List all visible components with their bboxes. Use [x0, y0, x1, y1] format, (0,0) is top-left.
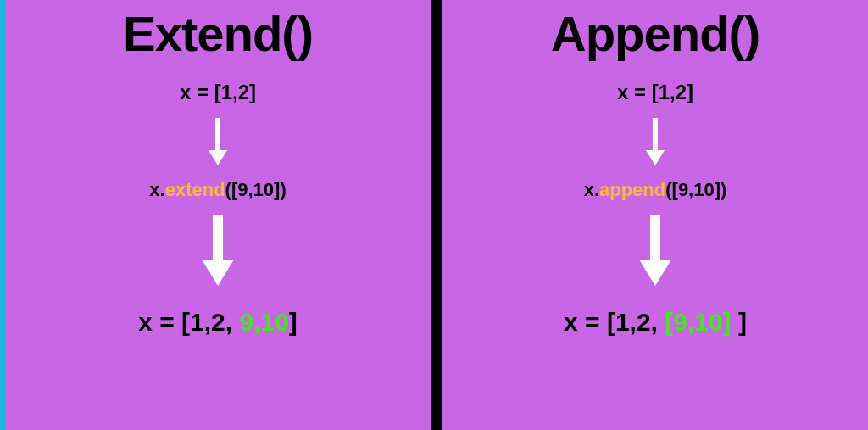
arrow-down-icon: [197, 213, 239, 289]
append-operation-code: x.append([9,10]): [584, 179, 727, 201]
op-suffix: ([9,10]): [665, 179, 726, 200]
arrow-down-icon: [634, 213, 676, 289]
op-prefix: x.: [149, 179, 164, 200]
extend-method-name: extend: [165, 179, 225, 200]
extend-added-values: 9,10: [239, 308, 288, 336]
extend-title: Extend(): [123, 5, 313, 62]
result-prefix: x = [1,2,: [564, 308, 665, 336]
append-initial-code: x = [1,2]: [617, 81, 693, 104]
op-suffix: ([9,10]): [225, 179, 287, 200]
extend-panel: Extend() x = [1,2] x.extend([9,10]) x = …: [5, 0, 431, 430]
append-title: Append(): [551, 5, 760, 62]
op-prefix: x.: [584, 179, 599, 200]
result-suffix: ]: [289, 308, 298, 336]
append-result-code: x = [1,2, [9,10] ]: [564, 308, 747, 337]
arrow-down-icon: [643, 116, 667, 167]
result-prefix: x = [1,2,: [138, 308, 239, 336]
append-panel: Append() x = [1,2] x.append([9,10]) x = …: [442, 0, 868, 430]
vertical-divider: [431, 0, 442, 430]
extend-initial-code: x = [1,2]: [180, 81, 256, 104]
append-added-values: [9,10]: [665, 308, 731, 336]
append-method-name: append: [599, 179, 665, 200]
arrow-down-icon: [206, 116, 230, 167]
result-suffix: ]: [732, 308, 747, 336]
extend-result-code: x = [1,2, 9,10]: [138, 308, 298, 337]
extend-operation-code: x.extend([9,10]): [149, 179, 286, 201]
